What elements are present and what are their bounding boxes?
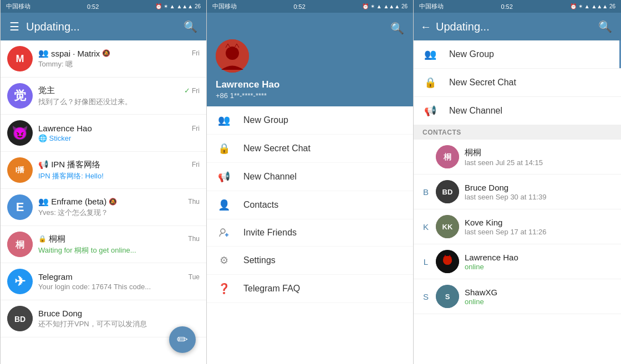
- contact-item-lawrence[interactable]: L Lawrence Hao online: [414, 244, 621, 279]
- header-title-1: Updating...: [26, 20, 181, 33]
- new-secret-icon: 🔒: [216, 142, 232, 155]
- chat-info-ipn: 📢 IPN 播客网络 Fri IPN 播客网络: Hello!: [38, 160, 200, 181]
- drawer-menu-contacts[interactable]: 👤 Contacts: [207, 191, 413, 219]
- drawer-menu-new-channel[interactable]: 📢 New Channel: [207, 163, 413, 191]
- chat-item-telegram[interactable]: ✈ Telegram Tue Your login code: 17674 Th…: [1, 263, 206, 300]
- contact-avatar-bruce: BD: [436, 180, 459, 203]
- svg-text:KK: KK: [442, 223, 453, 231]
- contact-item-bruce[interactable]: B BD Bruce Dong last seen Sep 30 at 11:3…: [414, 175, 621, 209]
- time-1: 0:52: [87, 3, 99, 10]
- drawer-menu-new-secret[interactable]: 🔒 New Secret Chat: [207, 135, 413, 163]
- chat-info-juezhu: 觉主 ✓ Fri 找到了么？好像图还没过来。: [38, 85, 200, 107]
- chat-time-ipn: Fri: [192, 161, 200, 168]
- chat-info-bruce: Bruce Dong 还不知打开VPN，可不可以发消息: [38, 309, 200, 329]
- drawer-header: 🔍 Lawrence Hao +86 1**-****-****: [207, 13, 413, 106]
- chat-name-ipn: 📢 IPN 播客网络: [38, 160, 100, 170]
- contact-info-shaw: ShawXG online: [465, 288, 614, 306]
- contacts-header-title: Updating...: [436, 20, 596, 33]
- svg-point-5: [226, 47, 239, 60]
- chat-item-juezhu[interactable]: 觉 觉主 ✓ Fri 找到了么？好像图还没过来。: [1, 78, 206, 115]
- contact-letter-bruce: B: [420, 187, 431, 197]
- status-icons-3: ⏰ ✶ ▲ ▲▲▲ 26: [570, 3, 615, 9]
- chat-info-telegram: Telegram Tue Your login code: 17674 This…: [38, 272, 200, 291]
- chat-time-sspai: Fri: [192, 49, 200, 57]
- faq-label: Telegram FAQ: [243, 284, 300, 294]
- chat-list: M 👥 sspai · Matrix 🔕 Fri Tommy: 嗯 觉: [1, 40, 206, 364]
- contacts-new-group[interactable]: 👥 New Group: [414, 40, 621, 69]
- chat-time-enframe: Thu: [188, 198, 200, 206]
- contact-status-lawrence: online: [465, 263, 614, 271]
- chat-item-ipn[interactable]: I播 📢 IPN 播客网络 Fri IPN 播客网络: Hello!: [1, 152, 206, 189]
- avatar-tongtong: 桐: [7, 232, 33, 257]
- drawer-user-phone: +86 1**-****-****: [207, 91, 413, 106]
- header-1: ☰ Updating... 🔍: [1, 13, 206, 40]
- contacts-icon: 👤: [216, 199, 232, 211]
- contact-info-bruce: Bruce Dong last seen Sep 30 at 11:39: [465, 183, 614, 201]
- contact-status-kove: last seen Sep 17 at 11:26: [465, 228, 614, 236]
- avatar-bruce: BD: [7, 306, 33, 331]
- new-channel-icon: 📢: [216, 171, 232, 183]
- drawer-menu-invite[interactable]: Invite Friends: [207, 219, 413, 247]
- carrier-3: 中国移动: [419, 2, 444, 11]
- contact-item-kove[interactable]: K KK Kove King last seen Sep 17 at 11:26: [414, 209, 621, 244]
- contact-avatar-lawrence: [436, 250, 459, 273]
- chat-preview-bruce: 还不知打开VPN，可不可以发消息: [38, 319, 200, 329]
- new-channel-label: New Channel: [243, 172, 297, 182]
- chat-item-sspai[interactable]: M 👥 sspai · Matrix 🔕 Fri Tommy: 嗯: [1, 40, 206, 78]
- compose-icon: ✏: [177, 332, 188, 347]
- search-icon-drawer[interactable]: 🔍: [390, 22, 404, 35]
- back-icon[interactable]: ←: [420, 20, 431, 33]
- carrier-2: 中国移动: [212, 2, 237, 11]
- chat-name-telegram: Telegram: [38, 272, 73, 281]
- contact-name-tongtong: 桐桐: [465, 147, 614, 158]
- contacts-new-secret-label: New Secret Chat: [449, 78, 516, 88]
- chat-preview-sspai: Tommy: 嗯: [38, 59, 200, 69]
- faq-icon: ❓: [216, 283, 232, 295]
- search-icon-1[interactable]: 🔍: [181, 18, 200, 35]
- contact-name-shaw: ShawXG: [465, 288, 614, 297]
- contact-info-kove: Kove King last seen Sep 17 at 11:26: [465, 218, 614, 236]
- chat-preview-tongtong: Waiting for 桐桐 to get online...: [38, 245, 200, 255]
- contact-name-bruce: Bruce Dong: [465, 183, 614, 192]
- new-group-label: New Group: [243, 115, 288, 125]
- contact-status-bruce: last seen Sep 30 at 11:39: [465, 193, 614, 201]
- new-group-icon: 👥: [216, 114, 232, 126]
- status-bar-3: 中国移动 0:52 ⏰ ✶ ▲ ▲▲▲ 26: [414, 0, 621, 13]
- chat-item-tongtong[interactable]: 桐 🔒 桐桐 Thu Waiting for 桐桐 to get online.…: [1, 226, 206, 263]
- chat-item-lawrence[interactable]: 😈 Lawrence Hao Fri 🌐 Sticker: [1, 115, 206, 152]
- chat-name-enframe: 👥 Enframe (beta) 🔕: [38, 197, 117, 207]
- settings-icon: ⚙: [216, 254, 232, 266]
- drawer-menu-settings[interactable]: ⚙ Settings: [207, 247, 413, 275]
- contact-status-shaw: online: [465, 298, 614, 306]
- contacts-new-channel[interactable]: 📢 New Channel: [414, 97, 621, 125]
- contact-info-lawrence: Lawrence Hao online: [465, 253, 614, 271]
- mute-icon-sspai: 🔕: [102, 49, 110, 57]
- contacts-label: Contacts: [243, 200, 278, 210]
- menu-icon[interactable]: ☰: [7, 18, 22, 35]
- contacts-new-secret-icon: 🔒: [423, 76, 438, 89]
- new-secret-label: New Secret Chat: [243, 143, 310, 153]
- contact-item-tongtong[interactable]: 桐 桐桐 last seen Jul 25 at 14:15: [414, 140, 621, 175]
- invite-label: Invite Friends: [243, 228, 297, 238]
- compose-fab[interactable]: ✏: [169, 326, 196, 353]
- chat-name-lawrence: Lawrence Hao: [38, 124, 92, 133]
- contact-letter-kove: K: [420, 222, 431, 232]
- contacts-header: ← Updating... 🔍: [414, 13, 621, 40]
- status-bar-1: 中国移动 0:52 ⏰ ✶ ▲ ▲▲▲ 26: [1, 0, 206, 13]
- drawer-menu-faq[interactable]: ❓ Telegram FAQ: [207, 275, 413, 303]
- search-icon-contacts[interactable]: 🔍: [596, 18, 614, 35]
- drawer-menu-new-group[interactable]: 👥 New Group: [207, 106, 413, 135]
- chat-time-lawrence: Fri: [192, 125, 200, 132]
- avatar-enframe: E: [7, 194, 33, 220]
- contact-item-shaw[interactable]: S S ShawXG online: [414, 279, 621, 314]
- time-3: 0:52: [501, 3, 512, 10]
- contacts-new-secret[interactable]: 🔒 New Secret Chat: [414, 69, 621, 97]
- drawer-avatar-area: 🔍: [207, 13, 413, 77]
- svg-text:BD: BD: [14, 315, 26, 324]
- contact-name-kove: Kove King: [465, 218, 614, 227]
- avatar-juezhu: 觉: [7, 83, 33, 109]
- chat-item-enframe[interactable]: E 👥 Enframe (beta) 🔕 Thu Yves: 这个怎么复现？: [1, 189, 206, 226]
- mute-icon-enframe: 🔕: [109, 198, 117, 206]
- invite-icon: [216, 227, 232, 238]
- contacts-list: 桐 桐桐 last seen Jul 25 at 14:15 B BD Bruc…: [414, 140, 621, 364]
